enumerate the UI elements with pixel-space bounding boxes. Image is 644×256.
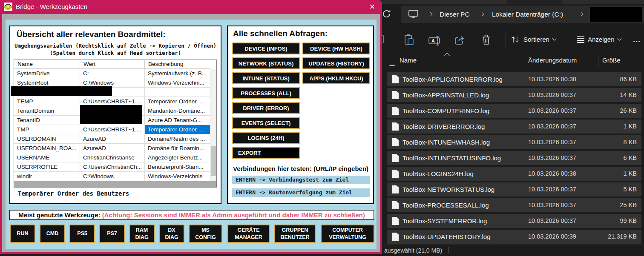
- column-divider[interactable]: [598, 55, 598, 68]
- tool-button[interactable]: PS5: [69, 225, 95, 243]
- env-cell-beschreibung[interactable]: Azure AD Tenant-G...: [145, 116, 210, 125]
- table-vertical-scrollbar[interactable]: [210, 69, 216, 181]
- env-cell-name[interactable]: USERDOMAIN_ROA...: [14, 144, 80, 153]
- connection-test-input[interactable]: [232, 176, 370, 184]
- table-horizontal-scrollbar[interactable]: [14, 181, 216, 187]
- quick-query-button[interactable]: PROCESSES (ALL): [232, 87, 300, 99]
- env-table-row[interactable]: USERDOMAIN_ROA...AzureADDomäne für Roami…: [14, 144, 210, 153]
- env-table-row[interactable]: USERPROFILEC:\Users\ChristianCh...Benutz…: [14, 162, 210, 172]
- env-cell-name[interactable]: USERPROFILE: [14, 162, 80, 172]
- env-cell-name[interactable]: USERDOMAIN: [14, 134, 80, 144]
- column-divider[interactable]: [524, 55, 524, 68]
- title-bar[interactable]: Bridge - Werkzeugkasten ×: [0, 0, 382, 14]
- file-row[interactable]: ToolBox-UPDATEHISTORY.log10.03.2026 00:3…: [387, 230, 641, 244]
- file-row[interactable]: ToolBox-INTUNESTATUSINFO.log10.03.2026 0…: [387, 151, 641, 165]
- env-cell-wert[interactable]: C:\Windows: [80, 172, 145, 181]
- quick-query-button[interactable]: INTUNE (STATUS): [232, 72, 300, 84]
- paste-icon[interactable]: [404, 34, 414, 48]
- file-row[interactable]: ToolBox-COMPUTERINFO.log10.03.2026 00:37…: [387, 104, 641, 118]
- env-cell-wert[interactable]: AzureAD: [80, 134, 145, 144]
- selection-status: ausgewählt (21,0 MB): [384, 247, 442, 254]
- env-cell-beschreibung[interactable]: Domäne/Realm des ...: [145, 134, 210, 144]
- file-row[interactable]: ToolBox-LOGINS24H.log10.03.2026 00:381 K…: [387, 167, 641, 181]
- file-row[interactable]: ToolBox-NETWORKSTATUS.log10.03.2026 00:3…: [387, 182, 641, 196]
- env-cell-beschreibung[interactable]: Angezeigter Benutz...: [145, 153, 210, 162]
- env-cell-name[interactable]: USERNAME: [14, 153, 80, 162]
- file-modified-date: 10.03.2026 00:37: [528, 182, 576, 196]
- env-cell-beschreibung[interactable]: Windows-Verzeichnis: [145, 172, 210, 181]
- breadcrumb-drive-c[interactable]: Lokaler Datenträger (C:): [492, 6, 563, 23]
- more-options-button[interactable]: ...: [633, 35, 641, 44]
- env-cell-name[interactable]: SystemDrive: [14, 69, 80, 78]
- env-table-header: Name Wert Beschreibung: [14, 60, 210, 69]
- env-cell-beschreibung[interactable]: Temporärer Ordner ...: [145, 125, 210, 134]
- env-table-row[interactable]: TMPC:\Users\CHRIST~1....Temporärer Ordne…: [14, 125, 210, 134]
- tool-button[interactable]: GRUPPEN BENUTZER: [274, 225, 316, 243]
- env-cell-wert[interactable]: C:: [80, 69, 145, 78]
- env-cell-beschreibung[interactable]: [145, 88, 210, 97]
- quick-query-button[interactable]: EVENTS (SELECT): [232, 117, 300, 129]
- address-bar[interactable]: Dieser PC Lokaler Datenträger (C:): [401, 6, 644, 23]
- env-column-beschreibung[interactable]: Beschreibung: [145, 60, 210, 69]
- sort-button[interactable]: Sortieren: [510, 26, 556, 53]
- quick-query-button[interactable]: NETWORK (STATUS): [232, 57, 300, 69]
- route-trace-input[interactable]: [232, 188, 370, 197]
- quick-query-button[interactable]: LOGINS (24H): [232, 132, 300, 144]
- quick-query-button[interactable]: UPDATES (HISTORY): [302, 57, 370, 69]
- quick-query-button[interactable]: DRIVER (ERROR): [232, 102, 300, 114]
- breadcrumb-dieser-pc[interactable]: Dieser PC: [440, 6, 470, 23]
- sort-arrows-icon: [510, 35, 520, 44]
- env-table-row[interactable]: USERNAMEChristianChristianseAngezeigter …: [14, 153, 210, 162]
- env-cell-beschreibung[interactable]: Windows-Verzeichni...: [145, 78, 210, 88]
- env-cell-wert[interactable]: C:\Users\CHRIST~1....: [80, 125, 145, 134]
- env-cell-wert[interactable]: ChristianChristianse: [80, 153, 145, 162]
- file-row[interactable]: ToolBox-APPSINSTALLED.log10.03.2026 00:3…: [387, 88, 641, 102]
- quick-query-button[interactable]: DEVICE (INFOS): [232, 43, 300, 54]
- env-cell-beschreibung[interactable]: Temporärer Ordner ...: [145, 97, 210, 106]
- env-cell-name[interactable]: TenantID: [14, 116, 80, 125]
- tool-button[interactable]: CMD: [40, 225, 65, 243]
- file-row[interactable]: ToolBox-APPLICATIONERROR.log10.03.2026 0…: [387, 72, 641, 86]
- env-table-row[interactable]: USERDOMAINAzureADDomäne/Realm des ...: [14, 134, 210, 144]
- env-cell-name[interactable]: TEMP: [14, 97, 80, 106]
- column-header-size[interactable]: Größe: [602, 57, 621, 64]
- file-row[interactable]: ToolBox-SYSTEMERROR.log10.03.2026 00:379…: [387, 214, 641, 228]
- env-cell-beschreibung[interactable]: Mandanten-Domäne...: [145, 106, 210, 116]
- scrollbar-thumb[interactable]: [211, 146, 216, 176]
- env-table-row[interactable]: windirC:\WindowsWindows-Verzeichnis: [14, 172, 210, 181]
- env-column-name[interactable]: Name: [14, 60, 80, 69]
- env-cell-name[interactable]: TMP: [14, 125, 80, 134]
- tool-button[interactable]: GERÄTE MANAGER: [227, 225, 270, 243]
- env-cell-beschreibung[interactable]: Systemlaufwerk (z. B...: [145, 69, 210, 78]
- env-cell-wert[interactable]: C:\Users\ChristianCh...: [80, 162, 145, 172]
- env-cell-beschreibung[interactable]: Benutzerprofil-Stam...: [145, 162, 210, 172]
- quick-query-button[interactable]: APPS (HKLM HKCU): [302, 72, 370, 84]
- file-row[interactable]: ToolBox-PROCESSESALL.log10.03.2026 00:37…: [387, 198, 641, 212]
- file-row[interactable]: ToolBox-INTUNEHWHASH.log10.03.2026 00:37…: [387, 135, 641, 149]
- file-row[interactable]: ToolBox-DRIVERERROR.log10.03.2026 00:371…: [387, 119, 641, 134]
- env-cell-name[interactable]: windir: [14, 172, 80, 181]
- env-cell-name[interactable]: TenantDomain: [14, 106, 80, 116]
- share-icon[interactable]: [454, 35, 466, 47]
- file-icon: [392, 75, 399, 83]
- column-header-date[interactable]: Änderungsdatum: [528, 57, 577, 64]
- view-button[interactable]: Anzeigen: [577, 26, 621, 53]
- tool-button[interactable]: RUN: [10, 225, 35, 243]
- select-all-indicator[interactable]: [389, 65, 395, 66]
- tool-button[interactable]: PS7: [99, 225, 125, 243]
- env-cell-wert[interactable]: AzureAD: [80, 144, 145, 153]
- file-name: ToolBox-COMPUTERINFO.log: [402, 104, 489, 118]
- rename-icon[interactable]: A: [428, 35, 442, 48]
- tool-button[interactable]: DX DIAG: [159, 225, 184, 243]
- env-table-row[interactable]: SystemDriveC:Systemlaufwerk (z. B...: [14, 69, 210, 78]
- tool-button[interactable]: MS CONFIG: [189, 225, 222, 243]
- tool-button[interactable]: RAM DIAG: [129, 225, 155, 243]
- env-cell-beschreibung[interactable]: Domäne für Roamin...: [145, 144, 210, 153]
- tool-button[interactable]: COMPUTER VERWALTUNG: [321, 225, 374, 243]
- close-icon[interactable]: ×: [365, 1, 380, 13]
- column-header-name[interactable]: Name: [400, 57, 417, 64]
- env-column-wert[interactable]: Wert: [80, 60, 145, 69]
- refresh-icon[interactable]: [382, 9, 392, 19]
- delete-icon[interactable]: [481, 34, 491, 48]
- quick-query-button[interactable]: DEVICE (HW HASH): [302, 43, 370, 54]
